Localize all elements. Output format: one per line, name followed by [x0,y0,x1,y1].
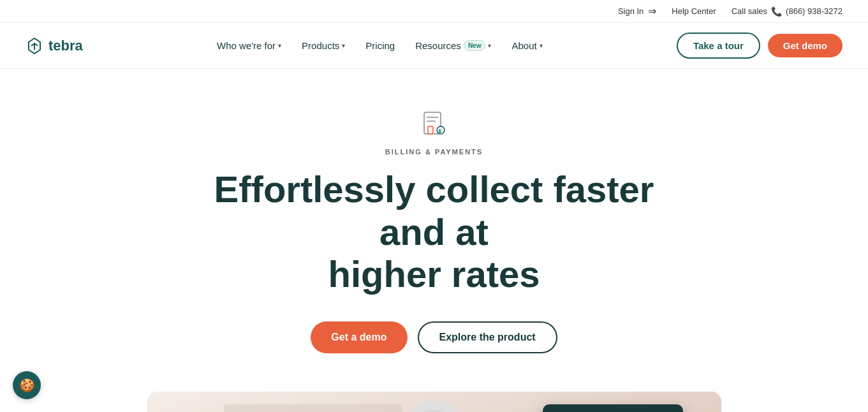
signin-icon: ⇒ [648,5,656,17]
get-demo-button[interactable]: Get demo [768,34,842,57]
svg-text:$: $ [438,128,441,134]
hero-tag: BILLING & PAYMENTS [385,148,483,156]
nav-actions: Take a tour Get demo [677,33,842,59]
nav-about[interactable]: About ▾ [503,35,551,56]
hero-buttons: Get a demo Explore the product [311,321,557,353]
nav-label-who: Who we're for [217,40,276,51]
phone-number: (866) 938-3272 [786,6,842,16]
chevron-down-icon: ▾ [342,42,345,49]
hero-title-line2: higher rates [328,253,540,295]
nav-center: Who we're for ▾ Products ▾ Pricing Resou… [208,35,552,56]
explore-product-button[interactable]: Explore the product [418,321,557,353]
hero-title: Effortlessly collect faster and at highe… [186,168,683,296]
help-center-link[interactable]: Help Center [672,6,716,16]
hero-title-line1: Effortlessly collect faster and at [214,168,654,253]
nav-pricing[interactable]: Pricing [357,35,404,56]
cookie-icon: 🍪 [19,378,35,393]
nav-label-resources: Resources [415,40,461,51]
signin-link[interactable]: Sign In ⇒ [618,5,656,17]
hero-section: $ BILLING & PAYMENTS Effortlessly collec… [0,69,868,412]
topbar: Sign In ⇒ Help Center Call sales 📞 (866)… [0,0,868,23]
billing-payments-icon: $ [418,107,451,140]
nav-label-pricing: Pricing [365,40,395,51]
nav-label-about: About [511,40,536,51]
logo-icon [26,37,43,55]
call-sales: Call sales 📞 (866) 938-3272 [732,6,842,17]
svg-rect-1 [428,126,433,134]
logo[interactable]: tebra [26,37,83,55]
svg-rect-8 [224,404,402,412]
chevron-down-icon: ▾ [540,42,543,49]
help-center-label: Help Center [672,6,716,16]
chevron-down-icon: ▾ [488,42,491,49]
nav-label-products: Products [302,40,339,51]
navbar: tebra Who we're for ▾ Products ▾ Pricing… [0,23,868,69]
logo-text: tebra [48,38,83,54]
chevron-down-icon: ▾ [278,42,281,49]
hero-image-area: Hi Karen, don't forget to make your onli… [147,392,721,412]
new-badge: New [464,40,486,51]
phone-icon: 📞 [771,6,782,17]
call-sales-label: Call sales [732,6,767,16]
nav-products[interactable]: Products ▾ [293,35,354,56]
get-a-demo-button[interactable]: Get a demo [311,321,407,353]
take-tour-button[interactable]: Take a tour [677,33,760,59]
signin-label: Sign In [618,6,644,16]
nav-who-we-are-for[interactable]: Who we're for ▾ [208,35,290,56]
nav-resources[interactable]: Resources New ▾ [406,35,500,56]
notification-card: Hi Karen, don't forget to make your onli… [543,404,683,412]
cookie-consent-button[interactable]: 🍪 [13,371,41,399]
